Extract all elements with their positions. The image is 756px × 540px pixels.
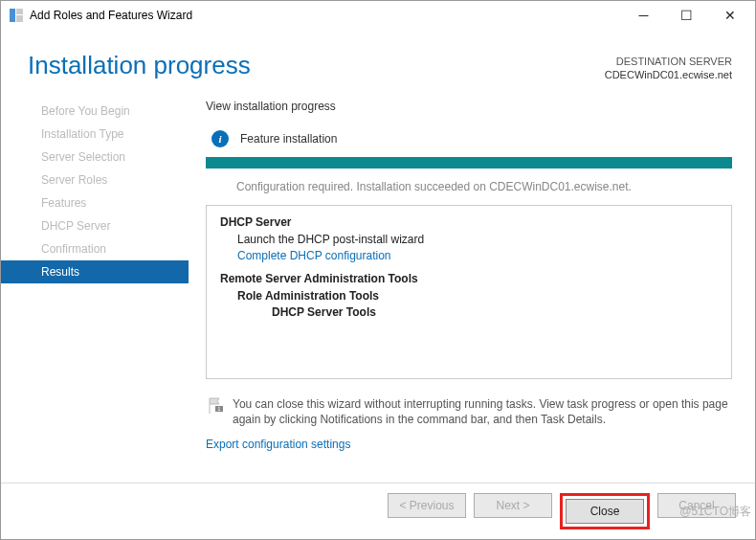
progress-bar [206,157,732,169]
main-content: View installation progress i Feature ins… [189,92,755,452]
complete-dhcp-link[interactable]: Complete DHCP configuration [220,249,718,262]
note-row: 1 You can close this wizard without inte… [206,396,732,429]
subhead: View installation progress [206,100,732,113]
minimize-button[interactable]: ─ [622,2,665,29]
destination-server: CDECWinDC01.ecwise.net [605,68,732,81]
sidebar-item-confirmation: Confirmation [1,237,189,260]
watermark: @51CTO博客 [679,504,751,520]
close-button[interactable]: Close [566,499,644,524]
wizard-icon [9,8,24,23]
wizard-body: Before You Begin Installation Type Serve… [1,92,755,452]
result-rsat-title: Remote Server Administration Tools [220,272,718,285]
sidebar-item-installation-type: Installation Type [1,123,189,146]
note-text: You can close this wizard without interr… [233,396,732,429]
sidebar-item-results[interactable]: Results [1,260,189,283]
close-window-button[interactable]: ✕ [708,2,751,29]
result-rsat-sub1: Role Administration Tools [220,289,718,303]
flag-icon: 1 [206,396,225,429]
config-message: Configuration required. Installation suc… [206,180,732,193]
result-dhcp-title: DHCP Server [220,215,718,229]
results-box: DHCP Server Launch the DHCP post-install… [206,205,732,379]
sidebar-item-dhcp-server: DHCP Server [1,214,189,237]
sidebar-item-server-selection: Server Selection [1,146,189,169]
result-dhcp-sub: Launch the DHCP post-install wizard [220,233,718,246]
destination-label: DESTINATION SERVER [605,55,732,68]
close-button-highlight: Close [560,493,650,529]
page-title: Installation progress [28,51,605,82]
header: Installation progress DESTINATION SERVER… [1,30,755,92]
maximize-button[interactable]: ☐ [665,2,708,29]
svg-rect-0 [10,9,15,22]
feature-label: Feature installation [240,132,337,146]
svg-rect-1 [16,9,23,14]
svg-rect-2 [16,15,23,22]
destination-info: DESTINATION SERVER CDECWinDC01.ecwise.ne… [605,51,732,82]
feature-install-row: i Feature installation [206,130,732,147]
footer: < Previous Next > Close Cancel [1,483,755,539]
sidebar-item-features: Features [1,191,189,214]
info-icon: i [211,130,229,147]
next-button: Next > [474,493,552,518]
sidebar-item-before-you-begin: Before You Begin [1,100,189,123]
titlebar-title: Add Roles and Features Wizard [30,9,622,22]
result-rsat-sub2: DHCP Server Tools [220,305,718,319]
previous-button: < Previous [388,493,466,518]
sidebar: Before You Begin Installation Type Serve… [1,92,189,452]
titlebar: Add Roles and Features Wizard ─ ☐ ✕ [1,1,755,30]
titlebar-controls: ─ ☐ ✕ [622,2,751,29]
export-config-link[interactable]: Export configuration settings [206,438,732,451]
svg-text:1: 1 [218,405,221,411]
sidebar-item-server-roles: Server Roles [1,169,189,191]
